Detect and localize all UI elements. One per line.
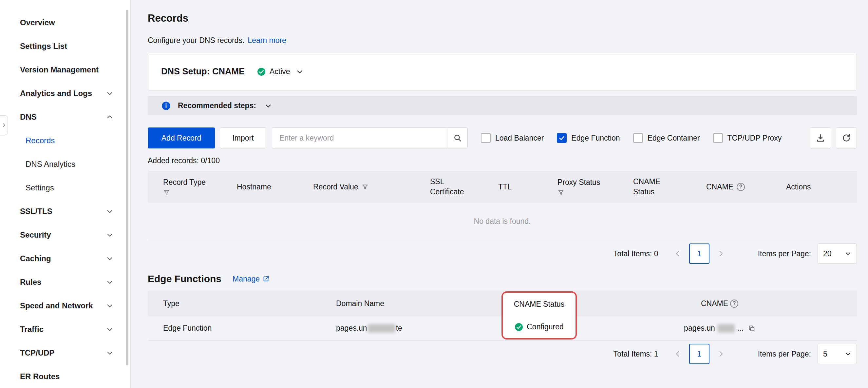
edge-functions-pagination: Total Items: 1 1 Items per Page: 5 xyxy=(148,340,857,367)
sidebar-item-caching[interactable]: Caching xyxy=(0,247,130,270)
records-toolbar: Add Record Import Load Balancer Edge Fun… xyxy=(148,127,857,148)
records-pagination: Total Items: 0 1 Items per Page: 20 xyxy=(148,240,857,267)
sidebar-item-tcp-udp[interactable]: TCP/UDP xyxy=(0,341,130,365)
filter-label: Load Balancer xyxy=(495,134,544,143)
sidebar-item-label: ER Routes xyxy=(20,372,113,381)
chevron-up-icon xyxy=(106,113,113,121)
import-button[interactable]: Import xyxy=(220,127,266,148)
recommended-steps-bar[interactable]: Recommended steps: xyxy=(148,96,857,115)
info-icon xyxy=(161,101,170,111)
dns-setup-card[interactable]: DNS Setup: CNAME Active xyxy=(148,53,857,90)
chevron-down-icon xyxy=(106,255,113,262)
column-label: TTL xyxy=(498,182,512,191)
filter-funnel-icon[interactable] xyxy=(557,189,564,196)
next-page-button[interactable] xyxy=(714,247,728,261)
sidebar-item-label: Traffic xyxy=(20,325,106,334)
sidebar: Overview Settings List Version Managemen… xyxy=(0,0,131,388)
filter-label: Edge Container xyxy=(648,134,700,143)
prev-page-button[interactable] xyxy=(671,247,685,261)
search-icon xyxy=(453,134,462,142)
column-label: CNAME xyxy=(706,182,733,191)
sidebar-item-label: DNS Analytics xyxy=(26,159,113,169)
items-per-page-label: Items per Page: xyxy=(758,249,811,258)
current-page-button[interactable]: 1 xyxy=(689,243,710,264)
refresh-button[interactable] xyxy=(836,127,857,148)
cname-text: ... xyxy=(737,324,744,333)
main-content: Records Configure your DNS records. Lear… xyxy=(132,0,868,388)
filter-load-balancer[interactable]: Load Balancer xyxy=(481,133,544,143)
search-button[interactable] xyxy=(447,128,467,148)
sidebar-item-settings[interactable]: Settings xyxy=(0,176,130,200)
current-page-button[interactable]: 1 xyxy=(689,344,710,364)
page-title: Records xyxy=(148,12,857,24)
search-input[interactable] xyxy=(272,128,447,148)
sidebar-item-ssl-tls[interactable]: SSL/TLS xyxy=(0,200,130,223)
filter-label: TCP/UDP Proxy xyxy=(727,134,782,143)
sidebar-item-label: Security xyxy=(20,230,106,240)
sidebar-item-security[interactable]: Security xyxy=(0,223,130,247)
sidebar-item-dns[interactable]: DNS xyxy=(0,105,130,129)
prev-page-button[interactable] xyxy=(671,347,685,361)
sidebar-item-analytics-and-logs[interactable]: Analytics and Logs xyxy=(0,82,130,105)
checkbox-icon[interactable] xyxy=(557,133,567,143)
column-label: Record Type xyxy=(163,178,206,187)
copy-icon[interactable] xyxy=(748,325,755,332)
domain-name-cell: pages.un te xyxy=(336,324,513,333)
help-icon[interactable]: ? xyxy=(737,183,745,191)
sidebar-item-er-routes[interactable]: ER Routes xyxy=(0,365,130,388)
chevron-right-icon xyxy=(1,123,6,128)
panel-collapse-handle[interactable] xyxy=(0,115,8,135)
annotated-column-label: CNAME Status xyxy=(503,293,576,316)
help-icon[interactable]: ? xyxy=(730,300,738,308)
checkbox-icon[interactable] xyxy=(481,133,491,143)
sidebar-item-overview[interactable]: Overview xyxy=(0,11,130,34)
sidebar-scrollbar[interactable] xyxy=(126,10,128,365)
column-label: Proxy Status xyxy=(557,178,600,187)
download-icon xyxy=(816,133,825,143)
filter-funnel-icon[interactable] xyxy=(362,183,369,190)
items-per-page-select[interactable]: 5 xyxy=(817,344,857,364)
items-per-page-select[interactable]: 20 xyxy=(817,243,857,264)
filter-tcp-udp-proxy[interactable]: TCP/UDP Proxy xyxy=(713,133,782,143)
sidebar-item-label: Rules xyxy=(20,277,106,287)
sidebar-item-label: Settings xyxy=(26,183,113,192)
manage-link[interactable]: Manage xyxy=(232,275,270,283)
column-hostname: Hostname xyxy=(237,182,313,191)
next-page-button[interactable] xyxy=(714,347,728,361)
chevron-down-icon[interactable] xyxy=(265,102,272,110)
column-cname: CNAME ? xyxy=(706,182,786,191)
chevron-down-icon xyxy=(106,208,113,215)
export-button[interactable] xyxy=(810,127,831,148)
added-records-counter: Added records: 0/100 xyxy=(148,156,857,165)
refresh-icon xyxy=(842,133,851,143)
column-ssl-certificate: SSL Certificate xyxy=(430,177,498,197)
sidebar-item-speed-and-network[interactable]: Speed and Network xyxy=(0,294,130,318)
filter-edge-function[interactable]: Edge Function xyxy=(557,133,620,143)
chevron-down-icon xyxy=(845,250,851,257)
sidebar-item-traffic[interactable]: Traffic xyxy=(0,318,130,341)
checkbox-icon[interactable] xyxy=(633,133,643,143)
sidebar-item-label: Records xyxy=(26,136,113,145)
chevron-down-icon xyxy=(106,278,113,286)
sidebar-item-version-management[interactable]: Version Management xyxy=(0,58,130,82)
chevron-down-icon xyxy=(106,231,113,239)
sidebar-item-label: TCP/UDP xyxy=(20,348,106,358)
cname-status-value: Configured xyxy=(503,316,576,338)
chevron-down-icon xyxy=(106,349,113,357)
sidebar-item-dns-analytics[interactable]: DNS Analytics xyxy=(0,152,130,176)
sidebar-item-rules[interactable]: Rules xyxy=(0,270,130,294)
filter-edge-container[interactable]: Edge Container xyxy=(633,133,700,143)
column-label: CNAME xyxy=(701,299,728,308)
add-record-button[interactable]: Add Record xyxy=(148,127,215,148)
sidebar-item-label: Version Management xyxy=(20,65,113,74)
sidebar-item-records[interactable]: Records xyxy=(0,129,130,152)
checkbox-icon[interactable] xyxy=(713,133,723,143)
column-cname: CNAME ? xyxy=(582,299,857,308)
records-table-header: Record Type Hostname Record Value SSL Ce… xyxy=(148,171,857,203)
chevron-down-icon[interactable] xyxy=(296,68,303,76)
filter-funnel-icon[interactable] xyxy=(163,189,170,196)
column-cname-status: CNAME Status xyxy=(633,177,706,197)
learn-more-link[interactable]: Learn more xyxy=(248,36,286,45)
redacted-text xyxy=(718,324,735,333)
sidebar-item-settings-list[interactable]: Settings List xyxy=(0,34,130,58)
